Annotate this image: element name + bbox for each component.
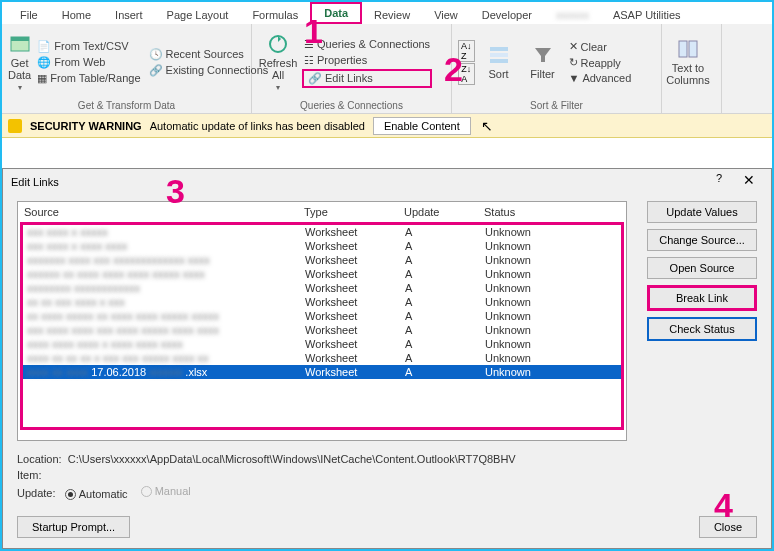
table-row[interactable]: xxxx xx xxxx 17.06.2018 xxxxxx .xlsxWork… bbox=[23, 365, 621, 379]
advanced-button[interactable]: ▼Advanced bbox=[567, 71, 634, 85]
dialog-title: Edit Links bbox=[11, 176, 59, 188]
tab-view[interactable]: View bbox=[422, 6, 470, 24]
table-row[interactable]: xxxxxx xx xxxx xxxx xxxx xxxxx xxxxWorks… bbox=[23, 267, 621, 281]
annotation-4: 4 bbox=[714, 486, 733, 525]
location-value: C:\Users\xxxxxx\AppData\Local\Microsoft\… bbox=[68, 453, 516, 465]
web-icon: 🌐 bbox=[37, 56, 51, 69]
reapply-button[interactable]: ↻Reapply bbox=[567, 55, 634, 70]
startup-prompt-button[interactable]: Startup Prompt... bbox=[17, 516, 130, 538]
annotation-1: 1 bbox=[304, 12, 323, 51]
radio-automatic[interactable]: Automatic bbox=[65, 486, 128, 502]
group-title-getdata: Get & Transform Data bbox=[8, 98, 245, 113]
help-button[interactable]: ? bbox=[709, 172, 729, 192]
shield-icon bbox=[8, 119, 22, 133]
chevron-down-icon: ▾ bbox=[18, 83, 22, 92]
tab-insert[interactable]: Insert bbox=[103, 6, 155, 24]
text-to-columns-icon bbox=[677, 38, 699, 60]
update-label: Update: bbox=[17, 487, 56, 499]
from-web-button[interactable]: 🌐From Web bbox=[35, 55, 142, 70]
svg-rect-3 bbox=[490, 47, 508, 51]
filter-icon bbox=[532, 44, 554, 66]
text-to-columns-button[interactable]: Text to Columns bbox=[668, 26, 708, 98]
annotation-2: 2 bbox=[444, 50, 463, 89]
annotation-3: 3 bbox=[166, 172, 185, 211]
table-row[interactable]: xxxx xx xx xx x xxx xxx xxxxx xxxx xxWor… bbox=[23, 351, 621, 365]
svg-rect-5 bbox=[490, 59, 508, 63]
table-row[interactable]: xxxx xxxx xxxx x xxxx xxxx xxxxWorksheet… bbox=[23, 337, 621, 351]
ribbon: Get Data▾ 📄From Text/CSV 🌐From Web ▦From… bbox=[2, 24, 772, 114]
change-source-button[interactable]: Change Source... bbox=[647, 229, 757, 251]
col-source: Source bbox=[24, 206, 304, 218]
check-status-button[interactable]: Check Status bbox=[647, 317, 757, 341]
table-row[interactable]: xxx xxxx xxxx xxx xxxx xxxxx xxxx xxxxWo… bbox=[23, 323, 621, 337]
location-label: Location: bbox=[17, 453, 62, 465]
edit-links-dialog: Edit Links ? ✕ Source Type Update Status… bbox=[2, 168, 772, 549]
from-text-csv-button[interactable]: 📄From Text/CSV bbox=[35, 39, 142, 54]
get-data-icon bbox=[9, 33, 31, 55]
refresh-all-button[interactable]: Refresh All▾ bbox=[258, 26, 298, 98]
col-status: Status bbox=[484, 206, 584, 218]
dialog-info: Location: C:\Users\xxxxxx\AppData\Local\… bbox=[17, 451, 516, 502]
tab-formulas[interactable]: Formulas bbox=[240, 6, 310, 24]
table-row[interactable]: xxx xxxx x xxxx xxxxWorksheetAUnknown bbox=[23, 239, 621, 253]
tab-file[interactable]: File bbox=[8, 6, 50, 24]
link-icon: 🔗 bbox=[308, 72, 322, 85]
properties-button[interactable]: ☷Properties bbox=[302, 53, 432, 68]
svg-rect-1 bbox=[11, 37, 29, 41]
svg-rect-7 bbox=[689, 41, 697, 57]
edit-links-button[interactable]: 🔗Edit Links bbox=[302, 69, 432, 88]
warning-title: SECURITY WARNING bbox=[30, 120, 142, 132]
chevron-down-icon: ▾ bbox=[276, 83, 280, 92]
from-table-range-button[interactable]: ▦From Table/Range bbox=[35, 71, 142, 86]
advanced-icon: ▼ bbox=[569, 72, 580, 84]
clear-button[interactable]: ✕Clear bbox=[567, 39, 634, 54]
tab-pagelayout[interactable]: Page Layout bbox=[155, 6, 241, 24]
group-title-sortfilter: Sort & Filter bbox=[458, 98, 655, 113]
open-source-button[interactable]: Open Source bbox=[647, 257, 757, 279]
dialog-side-buttons: Update Values Change Source... Open Sour… bbox=[647, 201, 757, 341]
file-icon: 📄 bbox=[37, 40, 51, 53]
list-header[interactable]: Source Type Update Status bbox=[18, 202, 626, 222]
table-row[interactable]: xxxxxxx xxxx xxx xxxxxxxxxxxxx xxxxWorks… bbox=[23, 253, 621, 267]
table-row[interactable]: xx xxxx xxxxx xx xxxx xxxx xxxxx xxxxxWo… bbox=[23, 309, 621, 323]
update-values-button[interactable]: Update Values bbox=[647, 201, 757, 223]
properties-icon: ☷ bbox=[304, 54, 314, 67]
links-list: Source Type Update Status xxx xxxx x xxx… bbox=[17, 201, 627, 441]
warning-message: Automatic update of links has been disab… bbox=[150, 120, 365, 132]
item-label: Item: bbox=[17, 467, 516, 483]
enable-content-button[interactable]: Enable Content bbox=[373, 117, 471, 135]
security-warning-bar: SECURITY WARNING Automatic update of lin… bbox=[2, 114, 772, 138]
clock-icon: 🕓 bbox=[149, 48, 163, 61]
svg-rect-6 bbox=[679, 41, 687, 57]
sort-icon bbox=[488, 44, 510, 66]
close-icon[interactable]: ✕ bbox=[735, 172, 763, 192]
col-update: Update bbox=[404, 206, 484, 218]
group-title-queries: Queries & Connections bbox=[258, 98, 445, 113]
tab-hidden[interactable]: xxxxxx bbox=[544, 6, 601, 24]
svg-rect-4 bbox=[490, 53, 508, 57]
col-type: Type bbox=[304, 206, 404, 218]
cursor-icon: ↖ bbox=[481, 118, 493, 134]
table-row[interactable]: xxxxxxxx xxxxxxxxxxxxWorksheetAUnknown bbox=[23, 281, 621, 295]
reapply-icon: ↻ bbox=[569, 56, 578, 69]
table-row[interactable]: xx xx xxx xxxx x xxxWorksheetAUnknown bbox=[23, 295, 621, 309]
connection-icon: 🔗 bbox=[149, 64, 163, 77]
radio-manual: Manual bbox=[141, 483, 191, 499]
sort-button[interactable]: Sort bbox=[479, 26, 519, 98]
tab-asap[interactable]: ASAP Utilities bbox=[601, 6, 693, 24]
tab-home[interactable]: Home bbox=[50, 6, 103, 24]
tab-review[interactable]: Review bbox=[362, 6, 422, 24]
list-rows[interactable]: xxx xxxx x xxxxxWorksheetAUnknownxxx xxx… bbox=[20, 222, 624, 430]
table-row[interactable]: xxx xxxx x xxxxxWorksheetAUnknown bbox=[23, 225, 621, 239]
refresh-icon bbox=[267, 33, 289, 55]
filter-button[interactable]: Filter bbox=[523, 26, 563, 98]
break-link-button[interactable]: Break Link bbox=[647, 285, 757, 311]
ribbon-tabs: File Home Insert Page Layout Formulas Da… bbox=[2, 2, 772, 24]
clear-icon: ✕ bbox=[569, 40, 578, 53]
tab-developer[interactable]: Developer bbox=[470, 6, 544, 24]
table-icon: ▦ bbox=[37, 72, 47, 85]
get-data-button[interactable]: Get Data▾ bbox=[8, 26, 31, 98]
